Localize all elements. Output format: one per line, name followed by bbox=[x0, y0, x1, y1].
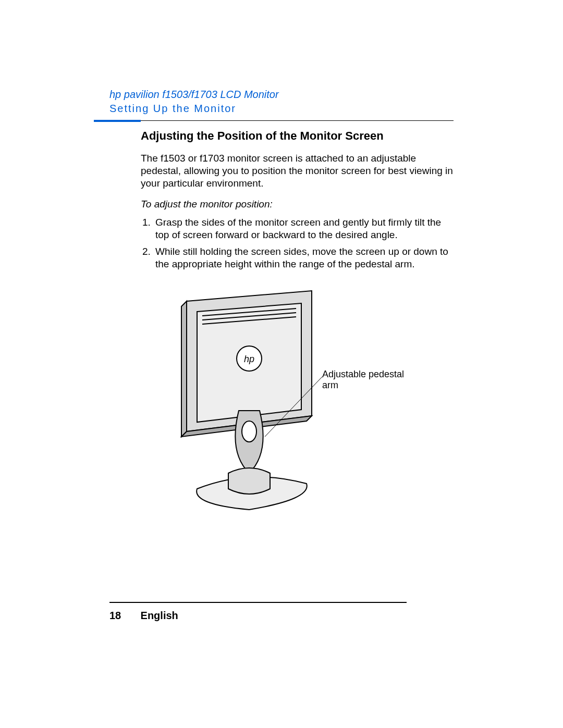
header-section: Setting Up the Monitor bbox=[109, 103, 454, 115]
intro-paragraph: The f1503 or f1703 monitor screen is att… bbox=[141, 152, 454, 189]
svg-text:hp: hp bbox=[244, 354, 254, 364]
step-list: Grasp the sides of the monitor screen an… bbox=[141, 216, 454, 270]
subheading: To adjust the monitor position: bbox=[141, 199, 454, 210]
page-content: hp pavilion f1503/f1703 LCD Monitor Sett… bbox=[109, 89, 454, 530]
section-title: Adjusting the Position of the Monitor Sc… bbox=[141, 129, 454, 143]
header-rule bbox=[109, 120, 454, 122]
monitor-illustration-icon: hp bbox=[150, 280, 421, 530]
header-product: hp pavilion f1503/f1703 LCD Monitor bbox=[109, 89, 454, 101]
svg-point-9 bbox=[242, 421, 256, 442]
footer-language: English bbox=[141, 610, 178, 621]
page-footer: 18 English bbox=[109, 610, 178, 622]
step-item: Grasp the sides of the monitor screen an… bbox=[153, 216, 454, 241]
footer-rule bbox=[109, 602, 407, 603]
step-item: While still holding the screen sides, mo… bbox=[153, 245, 454, 270]
page-number: 18 bbox=[109, 610, 138, 622]
monitor-figure: hp Adjustable pedestal arm bbox=[150, 280, 421, 530]
svg-marker-1 bbox=[181, 301, 187, 437]
figure-callout: Adjustable pedestal arm bbox=[322, 369, 421, 391]
